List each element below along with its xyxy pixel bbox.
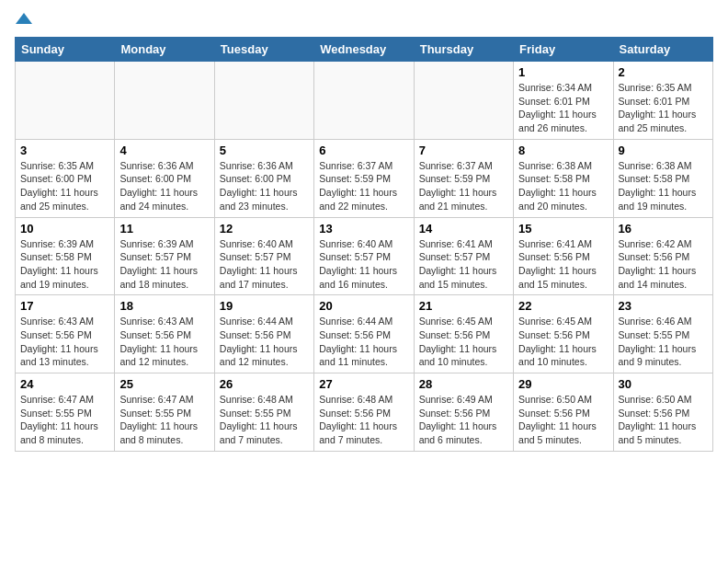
calendar-week-row: 1Sunrise: 6:34 AMSunset: 6:01 PMDaylight… — [16, 62, 713, 140]
day-number: 29 — [518, 377, 608, 391]
day-number: 20 — [319, 299, 408, 313]
calendar-cell: 18Sunrise: 6:43 AMSunset: 5:56 PMDayligh… — [115, 295, 214, 373]
day-number: 13 — [319, 222, 408, 236]
day-number: 19 — [220, 299, 309, 313]
day-number: 22 — [518, 299, 608, 313]
day-info: Sunrise: 6:44 AMSunset: 5:56 PMDaylight:… — [220, 315, 309, 369]
day-number: 18 — [119, 299, 209, 313]
day-info: Sunrise: 6:50 AMSunset: 5:56 PMDaylight:… — [619, 393, 708, 447]
calendar-week-row: 17Sunrise: 6:43 AMSunset: 5:56 PMDayligh… — [16, 295, 713, 373]
day-number: 11 — [119, 222, 209, 236]
day-info: Sunrise: 6:43 AMSunset: 5:56 PMDaylight:… — [20, 315, 109, 369]
calendar-cell: 24Sunrise: 6:47 AMSunset: 5:55 PMDayligh… — [16, 373, 115, 452]
calendar-cell: 6Sunrise: 6:37 AMSunset: 5:59 PMDaylight… — [314, 139, 414, 217]
day-number: 2 — [619, 65, 708, 79]
day-number: 3 — [20, 144, 109, 157]
day-info: Sunrise: 6:47 AMSunset: 5:55 PMDaylight:… — [20, 393, 109, 447]
calendar-cell: 23Sunrise: 6:46 AMSunset: 5:55 PMDayligh… — [613, 295, 712, 373]
calendar-cell — [314, 62, 414, 140]
day-info: Sunrise: 6:35 AMSunset: 6:01 PMDaylight:… — [619, 81, 708, 135]
calendar-cell: 10Sunrise: 6:39 AMSunset: 5:58 PMDayligh… — [16, 217, 115, 295]
day-number: 26 — [220, 377, 309, 391]
calendar-cell: 3Sunrise: 6:35 AMSunset: 6:00 PMDaylight… — [16, 139, 115, 217]
calendar-cell: 19Sunrise: 6:44 AMSunset: 5:56 PMDayligh… — [214, 295, 313, 373]
day-number: 17 — [20, 299, 109, 313]
calendar-cell: 5Sunrise: 6:36 AMSunset: 6:00 PMDaylight… — [214, 139, 313, 217]
day-info: Sunrise: 6:39 AMSunset: 5:57 PMDaylight:… — [119, 237, 209, 292]
day-number: 7 — [419, 144, 508, 157]
calendar-cell — [16, 62, 115, 140]
calendar-header-row: SundayMondayTuesdayWednesdayThursdayFrid… — [16, 38, 713, 62]
day-info: Sunrise: 6:41 AMSunset: 5:57 PMDaylight:… — [419, 237, 508, 292]
calendar-cell: 13Sunrise: 6:40 AMSunset: 5:57 PMDayligh… — [314, 217, 414, 295]
day-info: Sunrise: 6:41 AMSunset: 5:56 PMDaylight:… — [518, 237, 608, 292]
day-number: 21 — [419, 299, 508, 313]
calendar-cell: 14Sunrise: 6:41 AMSunset: 5:57 PMDayligh… — [414, 217, 513, 295]
day-info: Sunrise: 6:46 AMSunset: 5:55 PMDaylight:… — [619, 315, 708, 369]
weekday-header: Monday — [115, 38, 214, 62]
day-number: 14 — [419, 222, 508, 236]
calendar-week-row: 3Sunrise: 6:35 AMSunset: 6:00 PMDaylight… — [16, 139, 713, 217]
calendar-cell: 30Sunrise: 6:50 AMSunset: 5:56 PMDayligh… — [613, 373, 712, 452]
weekday-header: Friday — [514, 38, 613, 62]
calendar-cell: 15Sunrise: 6:41 AMSunset: 5:56 PMDayligh… — [514, 217, 613, 295]
calendar-cell — [115, 62, 214, 140]
day-number: 30 — [619, 377, 708, 391]
day-number: 4 — [119, 144, 209, 157]
calendar-cell: 22Sunrise: 6:45 AMSunset: 5:56 PMDayligh… — [514, 295, 613, 373]
calendar-week-row: 24Sunrise: 6:47 AMSunset: 5:55 PMDayligh… — [16, 373, 713, 452]
day-number: 9 — [619, 144, 708, 157]
day-number: 5 — [220, 144, 309, 157]
day-info: Sunrise: 6:45 AMSunset: 5:56 PMDaylight:… — [518, 315, 608, 369]
day-number: 16 — [619, 222, 708, 236]
day-number: 6 — [319, 144, 408, 157]
calendar-cell: 29Sunrise: 6:50 AMSunset: 5:56 PMDayligh… — [514, 373, 613, 452]
day-number: 8 — [518, 144, 608, 157]
calendar-cell: 7Sunrise: 6:37 AMSunset: 5:59 PMDaylight… — [414, 139, 513, 217]
weekday-header: Tuesday — [214, 38, 313, 62]
day-number: 1 — [518, 65, 608, 79]
day-number: 12 — [220, 222, 309, 236]
weekday-header: Wednesday — [314, 38, 414, 62]
calendar-cell: 2Sunrise: 6:35 AMSunset: 6:01 PMDaylight… — [613, 62, 712, 140]
calendar-cell: 4Sunrise: 6:36 AMSunset: 6:00 PMDaylight… — [115, 139, 214, 217]
calendar-cell: 16Sunrise: 6:42 AMSunset: 5:56 PMDayligh… — [613, 217, 712, 295]
calendar-cell: 20Sunrise: 6:44 AMSunset: 5:56 PMDayligh… — [314, 295, 414, 373]
calendar-cell: 28Sunrise: 6:49 AMSunset: 5:56 PMDayligh… — [414, 373, 513, 452]
day-info: Sunrise: 6:48 AMSunset: 5:56 PMDaylight:… — [319, 393, 408, 447]
calendar-week-row: 10Sunrise: 6:39 AMSunset: 5:58 PMDayligh… — [16, 217, 713, 295]
day-number: 15 — [518, 222, 608, 236]
day-number: 10 — [20, 222, 109, 236]
calendar-cell: 21Sunrise: 6:45 AMSunset: 5:56 PMDayligh… — [414, 295, 513, 373]
day-info: Sunrise: 6:37 AMSunset: 5:59 PMDaylight:… — [419, 159, 508, 213]
day-info: Sunrise: 6:42 AMSunset: 5:56 PMDaylight:… — [619, 237, 708, 292]
day-info: Sunrise: 6:39 AMSunset: 5:58 PMDaylight:… — [20, 237, 109, 292]
logo — [15, 15, 32, 26]
day-info: Sunrise: 6:45 AMSunset: 5:56 PMDaylight:… — [419, 315, 508, 369]
calendar-table: SundayMondayTuesdayWednesdayThursdayFrid… — [15, 37, 713, 452]
day-info: Sunrise: 6:40 AMSunset: 5:57 PMDaylight:… — [220, 237, 309, 292]
weekday-header: Sunday — [16, 38, 115, 62]
day-number: 23 — [619, 299, 708, 313]
weekday-header: Saturday — [613, 38, 712, 62]
weekday-header: Thursday — [414, 38, 513, 62]
calendar-cell: 26Sunrise: 6:48 AMSunset: 5:55 PMDayligh… — [214, 373, 313, 452]
calendar-cell: 27Sunrise: 6:48 AMSunset: 5:56 PMDayligh… — [314, 373, 414, 452]
calendar-cell: 25Sunrise: 6:47 AMSunset: 5:55 PMDayligh… — [115, 373, 214, 452]
day-info: Sunrise: 6:48 AMSunset: 5:55 PMDaylight:… — [220, 393, 309, 447]
calendar-cell: 12Sunrise: 6:40 AMSunset: 5:57 PMDayligh… — [214, 217, 313, 295]
day-info: Sunrise: 6:37 AMSunset: 5:59 PMDaylight:… — [319, 159, 408, 213]
day-info: Sunrise: 6:49 AMSunset: 5:56 PMDaylight:… — [419, 393, 508, 447]
day-info: Sunrise: 6:36 AMSunset: 6:00 PMDaylight:… — [220, 159, 309, 213]
page-header — [15, 15, 713, 26]
calendar-cell: 1Sunrise: 6:34 AMSunset: 6:01 PMDaylight… — [514, 62, 613, 140]
calendar-cell — [214, 62, 313, 140]
day-number: 24 — [20, 377, 109, 391]
calendar-cell — [414, 62, 513, 140]
calendar-cell: 17Sunrise: 6:43 AMSunset: 5:56 PMDayligh… — [16, 295, 115, 373]
logo-triangle-icon — [16, 11, 32, 28]
day-info: Sunrise: 6:34 AMSunset: 6:01 PMDaylight:… — [518, 81, 608, 135]
day-info: Sunrise: 6:38 AMSunset: 5:58 PMDaylight:… — [619, 159, 708, 213]
day-number: 27 — [319, 377, 408, 391]
day-info: Sunrise: 6:50 AMSunset: 5:56 PMDaylight:… — [518, 393, 608, 447]
